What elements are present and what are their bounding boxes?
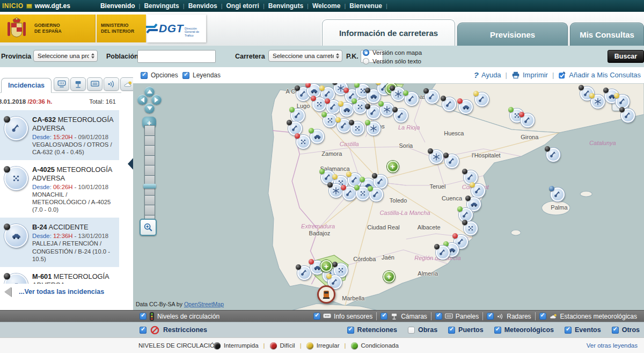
filter-retenciones[interactable]: Retenciones <box>347 326 397 334</box>
tab-incidencias[interactable]: Incidencias <box>1 78 52 93</box>
radio-version-texto[interactable]: Versión sólo texto <box>363 57 422 66</box>
greeting-link[interactable]: Benvinguts <box>268 2 303 10</box>
checkbox-checked-icon[interactable] <box>347 327 354 334</box>
map-marker-meteo[interactable] <box>546 148 560 162</box>
item-label: Paneles <box>456 313 479 320</box>
carretera-select[interactable]: Seleccione una carrete <box>268 50 342 62</box>
checkbox-checked-icon[interactable] <box>380 313 387 320</box>
map-marker-plus[interactable]: + <box>383 271 395 283</box>
filter-obras[interactable]: Obras <box>408 326 437 334</box>
filter-puertos[interactable]: Puertos <box>448 326 484 334</box>
anadir-consultas-link[interactable]: Añadir a Mis Consultas <box>558 71 641 79</box>
greeting-link[interactable]: Bienvenue <box>349 2 382 10</box>
ayuda-link[interactable]: ? Ayuda <box>474 70 501 80</box>
greeting-link[interactable]: Benvinguts <box>144 2 179 10</box>
checkbox-checked-icon[interactable] <box>487 313 494 320</box>
tab-sensores[interactable] <box>54 77 69 91</box>
checkbox-checked-icon[interactable] <box>448 327 455 334</box>
radares-checkbox[interactable]: Radares <box>483 313 535 320</box>
radio-unselected-icon[interactable] <box>363 58 369 64</box>
ver-otras-leyendas-link[interactable]: Ver otras leyendas <box>587 342 638 349</box>
map-marker-meteo[interactable] <box>445 154 459 168</box>
checkbox-checked-icon[interactable] <box>140 313 147 320</box>
separator: | <box>139 3 141 9</box>
greeting-link[interactable]: Ongi etorri <box>226 2 259 10</box>
resize-handle-icon[interactable] <box>4 287 11 297</box>
openstreetmap-link[interactable]: OpenStreetMap <box>184 301 224 307</box>
map-marker-snow[interactable] <box>429 150 443 164</box>
tab-mis-consultas[interactable]: Mis Consultas <box>570 23 644 46</box>
tab-paneles[interactable] <box>87 77 103 91</box>
map-marker-meteo[interactable] <box>297 266 311 280</box>
buscar-button[interactable]: Buscar <box>608 50 644 63</box>
map-marker-meteo[interactable] <box>394 109 408 123</box>
map-marker-meteo[interactable] <box>291 109 305 123</box>
paneles-checkbox[interactable]: Paneles <box>431 313 482 320</box>
map-marker-plus[interactable]: + <box>320 260 332 272</box>
restricciones-checkbox[interactable]: Restricciones <box>140 326 207 335</box>
map-marker-meteo[interactable] <box>436 246 450 260</box>
checkbox-unchecked-icon[interactable] <box>408 327 415 334</box>
map-marker-meteo[interactable] <box>374 175 387 189</box>
incident-item[interactable]: CA-632 METEOROLOGÍA ADVERSA Desde: 15:20… <box>0 110 119 160</box>
site-url[interactable]: www.dgt.es <box>35 2 70 10</box>
radio-selected-icon[interactable] <box>363 49 369 56</box>
ayuda-label: Ayuda <box>481 71 501 79</box>
filter-eventos[interactable]: Eventos <box>565 326 601 334</box>
zoom-box-button[interactable] <box>140 219 157 236</box>
map-marker-plus[interactable]: + <box>387 161 399 172</box>
zoom-slider-track[interactable] <box>144 125 155 222</box>
separator: | <box>183 3 185 9</box>
map-marker-meteo[interactable] <box>621 109 635 123</box>
map-marker-car[interactable] <box>459 100 473 114</box>
opciones-checkbox[interactable]: Opciones <box>141 71 178 79</box>
pan-left-button[interactable] <box>137 95 148 105</box>
radio-version-mapa[interactable]: Versión con mapa <box>363 48 422 57</box>
pan-down-button[interactable] <box>144 103 155 113</box>
checkbox-checked-icon[interactable] <box>435 313 442 320</box>
tab-camaras[interactable] <box>70 77 86 91</box>
pan-right-button[interactable] <box>151 95 162 105</box>
inicio-link[interactable]: INICIO <box>2 2 24 10</box>
poblacion-input[interactable] <box>137 50 216 63</box>
map-marker-car[interactable] <box>310 129 324 143</box>
zoom-slider-handle[interactable] <box>143 184 156 189</box>
camaras-checkbox[interactable]: Cámaras <box>377 313 431 320</box>
imprimir-link[interactable]: Imprimir <box>511 71 548 79</box>
incident-item[interactable]: A-4025 METEOROLOGÍA ADVERSA Desde: 06:26… <box>0 160 119 218</box>
greeting-link[interactable]: Welcome <box>312 2 340 10</box>
checkbox-checked-icon[interactable] <box>565 327 572 334</box>
checkbox-checked-icon[interactable] <box>539 313 546 320</box>
checkbox-checked-icon[interactable] <box>141 72 148 79</box>
checkbox-checked-icon[interactable] <box>494 327 501 334</box>
tab-informacion-carreteras[interactable]: Información de carreteras <box>322 19 455 46</box>
map-marker-meteo[interactable] <box>471 184 485 198</box>
map-marker-sensor[interactable] <box>350 121 364 135</box>
map-marker-sensor[interactable] <box>296 135 310 149</box>
checkbox-checked-icon[interactable] <box>612 327 619 334</box>
view-all-incidents-link[interactable]: ...Ver todas las incidencias <box>19 288 104 296</box>
provincia-select[interactable]: Seleccione una provinc <box>33 50 98 62</box>
map-marker-meteo[interactable] <box>288 121 302 135</box>
greeting-link[interactable]: Bienvenido <box>100 2 135 10</box>
map-canvas[interactable]: + − <box>133 83 644 310</box>
checkbox-checked-icon[interactable] <box>140 327 147 334</box>
attribution-text: Data CC-By-SA by <box>136 301 184 307</box>
map-marker-meteo[interactable] <box>521 113 535 127</box>
legend-title: NIVELES DE CIRCULACIÓN: <box>138 342 221 349</box>
tab-previsiones[interactable]: Previsiones <box>457 23 568 46</box>
filter-meteorologicos[interactable]: Meteorológicos <box>494 326 554 334</box>
map-marker-meteo[interactable] <box>405 92 419 106</box>
map-marker-truck[interactable] <box>317 285 335 304</box>
checkbox-checked-icon[interactable] <box>182 72 189 79</box>
checkbox-checked-icon[interactable] <box>313 313 320 320</box>
tab-radares[interactable] <box>104 77 119 91</box>
estaciones-meteo-checkbox[interactable]: Estaciones meteorológicas <box>536 313 641 320</box>
leyendas-checkbox[interactable]: Leyendas <box>182 71 221 79</box>
incident-item[interactable]: M-601 METEOROLOGÍA ADVERSA Desde: 12:14H… <box>0 267 119 285</box>
filter-otros[interactable]: Otros <box>612 326 640 334</box>
niveles-circulacion-checkbox[interactable]: Niveles de circulación <box>140 312 219 321</box>
incident-item[interactable]: B-24 ACCIDENTE Desde: 12:36H - 13/01/201… <box>0 218 119 266</box>
info-sensores-checkbox[interactable]: Info sensores <box>310 313 376 320</box>
greeting-link[interactable]: Benvidos <box>188 2 217 10</box>
